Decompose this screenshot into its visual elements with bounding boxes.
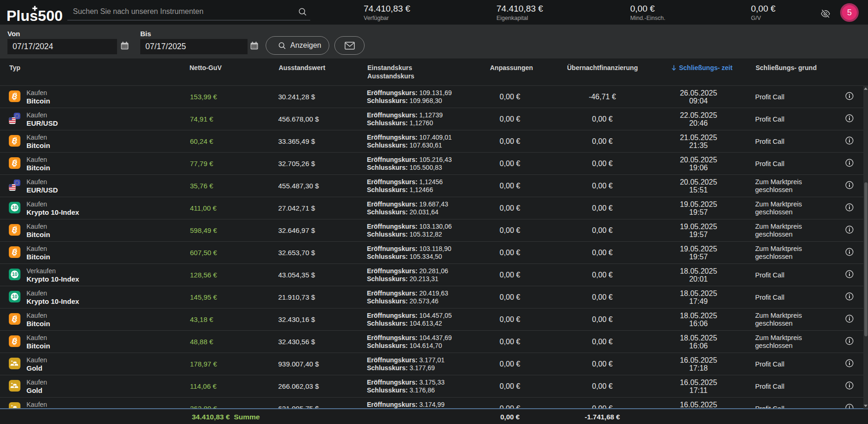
svg-text:10: 10 [12, 294, 18, 299]
svg-text:10: 10 [12, 205, 18, 210]
svg-text:10: 10 [12, 271, 18, 277]
